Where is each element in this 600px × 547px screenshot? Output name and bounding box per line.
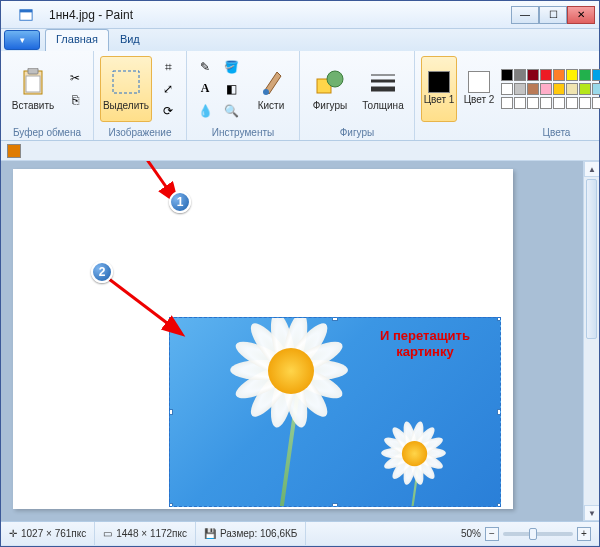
- text-tool[interactable]: A: [193, 79, 217, 99]
- palette-empty[interactable]: [540, 97, 552, 109]
- close-button[interactable]: ✕: [567, 6, 595, 24]
- crop-icon: ⌗: [165, 60, 172, 74]
- color2-button[interactable]: Цвет 2: [461, 56, 497, 122]
- palette-color[interactable]: [553, 69, 565, 81]
- cut-button[interactable]: ✂: [63, 68, 87, 88]
- rotate-button[interactable]: ⟳: [156, 101, 180, 121]
- zoom-thumb[interactable]: [529, 528, 537, 540]
- app-menu-button[interactable]: ▾: [4, 30, 40, 50]
- svg-rect-4: [26, 76, 40, 92]
- resize-handle[interactable]: [332, 503, 338, 507]
- fill-tool[interactable]: 🪣: [219, 57, 243, 77]
- palette-empty[interactable]: [514, 97, 526, 109]
- scroll-thumb[interactable]: [586, 179, 597, 339]
- palette-empty[interactable]: [566, 97, 578, 109]
- scroll-up-button[interactable]: ▲: [584, 161, 599, 177]
- palette-color[interactable]: [579, 83, 591, 95]
- palette-color[interactable]: [501, 69, 513, 81]
- resize-handle[interactable]: [497, 317, 501, 321]
- thickness-button[interactable]: Толщина: [358, 56, 408, 122]
- pencil-tool[interactable]: ✎: [193, 57, 217, 77]
- bucket-icon: 🪣: [224, 60, 239, 74]
- palette-color[interactable]: [540, 83, 552, 95]
- zoom-slider[interactable]: [503, 532, 573, 536]
- canvas-area[interactable]: И перетащитькартинку 1 2 ▲ ▼: [1, 161, 599, 521]
- maximize-button[interactable]: ☐: [539, 6, 567, 24]
- status-bar: ✛ 1027 × 761пкс ▭ 1448 × 1172пкс 💾 Разме…: [1, 521, 599, 545]
- group-shapes: Фигуры Толщина Фигуры: [300, 51, 415, 140]
- palette-color[interactable]: [514, 69, 526, 81]
- shapes-icon: [314, 66, 346, 98]
- palette-color[interactable]: [592, 69, 600, 81]
- color1-swatch: [428, 71, 450, 93]
- palette-empty[interactable]: [592, 97, 600, 109]
- scissors-icon: ✂: [70, 71, 80, 85]
- clipboard-icon: [17, 66, 49, 98]
- color1-button[interactable]: Цвет 1: [421, 56, 457, 122]
- select-button[interactable]: Выделить: [100, 56, 152, 122]
- disk-icon: 💾: [204, 528, 216, 539]
- palette-color[interactable]: [527, 83, 539, 95]
- svg-point-6: [263, 89, 269, 95]
- minimize-button[interactable]: —: [511, 6, 539, 24]
- status-cursor: ✛ 1027 × 761пкс: [1, 522, 95, 545]
- zoom-out-button[interactable]: −: [485, 527, 499, 541]
- brushes-button[interactable]: Кисти: [249, 56, 293, 122]
- selection-size-icon: ▭: [103, 528, 112, 539]
- palette-empty[interactable]: [553, 97, 565, 109]
- eraser-tool[interactable]: ◧: [219, 79, 243, 99]
- palette-color[interactable]: [553, 83, 565, 95]
- tab-view[interactable]: Вид: [109, 29, 151, 51]
- svg-rect-5: [113, 71, 139, 93]
- palette-empty[interactable]: [501, 97, 513, 109]
- resize-icon: ⤢: [163, 82, 173, 96]
- thickness-icon: [367, 66, 399, 98]
- annotation-badge-2: 2: [91, 261, 113, 283]
- palette-empty[interactable]: [579, 97, 591, 109]
- paste-button[interactable]: Вставить: [7, 56, 59, 122]
- copy-button[interactable]: ⎘: [63, 90, 87, 110]
- palette-color[interactable]: [527, 69, 539, 81]
- palette-color[interactable]: [540, 69, 552, 81]
- ribbon-tabs: Главная Вид: [1, 29, 599, 51]
- cursor-icon: ✛: [9, 528, 17, 539]
- pencil-icon: ✎: [200, 60, 210, 74]
- selection-region[interactable]: И перетащитькартинку: [169, 317, 501, 507]
- dropper-icon: 💧: [198, 104, 213, 118]
- resize-handle[interactable]: [497, 409, 501, 415]
- scroll-down-button[interactable]: ▼: [584, 505, 599, 521]
- quick-color-swatch[interactable]: [7, 144, 21, 158]
- crop-button[interactable]: ⌗: [156, 57, 180, 77]
- tab-home[interactable]: Главная: [45, 29, 109, 51]
- shapes-button[interactable]: Фигуры: [306, 56, 354, 122]
- palette-color[interactable]: [579, 69, 591, 81]
- resize-handle[interactable]: [169, 503, 173, 507]
- brush-icon: [255, 66, 287, 98]
- palette-color[interactable]: [501, 83, 513, 95]
- vertical-scrollbar[interactable]: ▲ ▼: [583, 161, 599, 521]
- text-icon: A: [201, 81, 210, 96]
- zoom-tool[interactable]: 🔍: [219, 101, 243, 121]
- magnifier-icon: 🔍: [224, 104, 239, 118]
- palette-color[interactable]: [592, 83, 600, 95]
- group-image: Выделить ⌗ ⤢ ⟳ Изображение: [94, 51, 187, 140]
- status-zoom: 50% − +: [453, 522, 599, 545]
- system-menu-icon[interactable]: [9, 5, 43, 25]
- resize-handle[interactable]: [497, 503, 501, 507]
- window-title: 1нн4.jpg - Paint: [49, 8, 511, 22]
- status-filesize: 💾 Размер: 106,6КБ: [196, 522, 306, 545]
- svg-point-8: [327, 71, 343, 87]
- zoom-in-button[interactable]: +: [577, 527, 591, 541]
- color2-swatch: [468, 71, 490, 93]
- palette-color[interactable]: [566, 69, 578, 81]
- status-selection: ▭ 1448 × 1172пкс: [95, 522, 196, 545]
- resize-handle[interactable]: [169, 409, 173, 415]
- picker-tool[interactable]: 💧: [193, 101, 217, 121]
- palette-color[interactable]: [566, 83, 578, 95]
- resize-button[interactable]: ⤢: [156, 79, 180, 99]
- eraser-icon: ◧: [226, 82, 237, 96]
- palette-color[interactable]: [514, 83, 526, 95]
- resize-handle[interactable]: [332, 317, 338, 321]
- resize-handle[interactable]: [169, 317, 173, 321]
- palette-empty[interactable]: [527, 97, 539, 109]
